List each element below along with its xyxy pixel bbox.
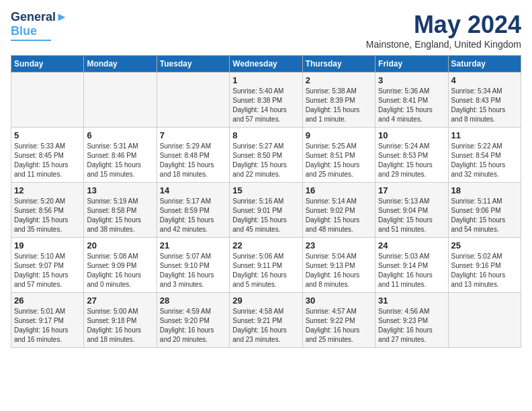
cell-content: Sunrise: 5:36 AM Sunset: 8:41 PM Dayligh… [378,87,445,124]
day-number: 18 [451,185,518,195]
calendar-week-2: 5Sunrise: 5:33 AM Sunset: 8:45 PM Daylig… [11,128,521,183]
calendar-cell: 31Sunrise: 4:56 AM Sunset: 9:23 PM Dayli… [375,293,448,348]
cell-content: Sunrise: 5:27 AM Sunset: 8:50 PM Dayligh… [232,142,299,179]
location: Mainstone, England, United Kingdom [366,39,521,50]
day-number: 31 [378,295,445,306]
day-number: 29 [232,295,299,306]
title-block: May 2024 Mainstone, England, United King… [366,11,521,50]
header-monday: Monday [84,56,157,73]
day-number: 22 [232,240,299,250]
day-number: 26 [14,295,81,306]
day-number: 15 [232,185,299,195]
calendar-cell [448,293,521,348]
calendar-cell: 13Sunrise: 5:19 AM Sunset: 8:58 PM Dayli… [84,183,157,238]
day-number: 20 [87,240,153,250]
cell-content: Sunrise: 5:25 AM Sunset: 8:51 PM Dayligh… [306,142,372,179]
logo: General► Blue [11,11,68,41]
day-number: 10 [378,130,445,140]
cell-content: Sunrise: 5:11 AM Sunset: 9:06 PM Dayligh… [451,197,518,234]
cell-content: Sunrise: 5:08 AM Sunset: 9:09 PM Dayligh… [87,252,153,289]
cell-content: Sunrise: 5:10 AM Sunset: 9:07 PM Dayligh… [14,252,81,289]
calendar-body: 1Sunrise: 5:40 AM Sunset: 8:38 PM Daylig… [11,73,521,348]
day-number: 11 [451,130,518,140]
day-number: 3 [378,75,445,85]
cell-content: Sunrise: 5:14 AM Sunset: 9:02 PM Dayligh… [306,197,372,234]
calendar-cell [157,73,229,128]
calendar-cell: 2Sunrise: 5:38 AM Sunset: 8:39 PM Daylig… [302,73,375,128]
cell-content: Sunrise: 4:58 AM Sunset: 9:21 PM Dayligh… [232,307,299,345]
header-saturday: Saturday [448,56,521,73]
calendar-cell: 17Sunrise: 5:13 AM Sunset: 9:04 PM Dayli… [375,183,448,238]
header-friday: Friday [375,56,448,73]
day-number: 17 [378,185,445,195]
calendar-cell: 9Sunrise: 5:25 AM Sunset: 8:51 PM Daylig… [302,128,375,183]
calendar-week-5: 26Sunrise: 5:01 AM Sunset: 9:17 PM Dayli… [11,293,521,348]
header-sunday: Sunday [11,56,84,73]
page-header: General► Blue May 2024 Mainstone, Englan… [11,11,521,50]
cell-content: Sunrise: 5:17 AM Sunset: 8:59 PM Dayligh… [160,197,226,234]
calendar-cell: 27Sunrise: 5:00 AM Sunset: 9:18 PM Dayli… [84,293,157,348]
day-number: 9 [306,130,372,140]
calendar-cell: 29Sunrise: 4:58 AM Sunset: 9:21 PM Dayli… [230,293,302,348]
day-number: 24 [378,240,445,250]
day-number: 30 [306,295,372,306]
day-number: 16 [306,185,372,195]
calendar-cell: 30Sunrise: 4:57 AM Sunset: 9:22 PM Dayli… [302,293,375,348]
calendar-header-row: SundayMondayTuesdayWednesdayThursdayFrid… [11,56,521,73]
cell-content: Sunrise: 5:04 AM Sunset: 9:13 PM Dayligh… [306,252,372,289]
calendar-cell: 15Sunrise: 5:16 AM Sunset: 9:01 PM Dayli… [230,183,302,238]
day-number: 14 [160,185,226,195]
cell-content: Sunrise: 5:02 AM Sunset: 9:16 PM Dayligh… [451,252,518,289]
calendar-cell: 11Sunrise: 5:22 AM Sunset: 8:54 PM Dayli… [448,128,521,183]
calendar-cell: 24Sunrise: 5:03 AM Sunset: 9:14 PM Dayli… [375,238,448,293]
cell-content: Sunrise: 5:13 AM Sunset: 9:04 PM Dayligh… [378,197,445,234]
calendar-week-3: 12Sunrise: 5:20 AM Sunset: 8:56 PM Dayli… [11,183,521,238]
calendar-cell: 20Sunrise: 5:08 AM Sunset: 9:09 PM Dayli… [84,238,157,293]
cell-content: Sunrise: 5:34 AM Sunset: 8:43 PM Dayligh… [451,87,518,124]
day-number: 28 [160,295,226,306]
cell-content: Sunrise: 4:57 AM Sunset: 9:22 PM Dayligh… [306,307,372,345]
calendar-cell: 28Sunrise: 4:59 AM Sunset: 9:20 PM Dayli… [157,293,229,348]
day-number: 12 [14,185,81,195]
cell-content: Sunrise: 5:06 AM Sunset: 9:11 PM Dayligh… [232,252,299,289]
day-number: 25 [451,240,518,250]
header-tuesday: Tuesday [157,56,229,73]
day-number: 21 [160,240,226,250]
calendar-table: SundayMondayTuesdayWednesdayThursdayFrid… [11,55,521,348]
calendar-cell: 5Sunrise: 5:33 AM Sunset: 8:45 PM Daylig… [11,128,84,183]
cell-content: Sunrise: 5:33 AM Sunset: 8:45 PM Dayligh… [14,142,81,179]
day-number: 1 [232,75,299,85]
cell-content: Sunrise: 5:00 AM Sunset: 9:18 PM Dayligh… [87,307,153,345]
cell-content: Sunrise: 4:56 AM Sunset: 9:23 PM Dayligh… [378,307,445,345]
day-number: 19 [14,240,81,250]
cell-content: Sunrise: 5:16 AM Sunset: 9:01 PM Dayligh… [232,197,299,234]
calendar-cell: 6Sunrise: 5:31 AM Sunset: 8:46 PM Daylig… [84,128,157,183]
header-wednesday: Wednesday [230,56,302,73]
calendar-cell: 8Sunrise: 5:27 AM Sunset: 8:50 PM Daylig… [230,128,302,183]
calendar-week-1: 1Sunrise: 5:40 AM Sunset: 8:38 PM Daylig… [11,73,521,128]
day-number: 23 [306,240,372,250]
day-number: 8 [232,130,299,140]
calendar-cell: 19Sunrise: 5:10 AM Sunset: 9:07 PM Dayli… [11,238,84,293]
calendar-cell: 3Sunrise: 5:36 AM Sunset: 8:41 PM Daylig… [375,73,448,128]
calendar-cell: 14Sunrise: 5:17 AM Sunset: 8:59 PM Dayli… [157,183,229,238]
cell-content: Sunrise: 4:59 AM Sunset: 9:20 PM Dayligh… [160,307,226,345]
cell-content: Sunrise: 5:19 AM Sunset: 8:58 PM Dayligh… [87,197,153,234]
calendar-cell: 25Sunrise: 5:02 AM Sunset: 9:16 PM Dayli… [448,238,521,293]
calendar-cell: 21Sunrise: 5:07 AM Sunset: 9:10 PM Dayli… [157,238,229,293]
calendar-cell: 12Sunrise: 5:20 AM Sunset: 8:56 PM Dayli… [11,183,84,238]
day-number: 2 [306,75,372,85]
calendar-cell: 23Sunrise: 5:04 AM Sunset: 9:13 PM Dayli… [302,238,375,293]
day-number: 4 [451,75,518,85]
logo-blue: Blue [11,24,37,38]
cell-content: Sunrise: 5:01 AM Sunset: 9:17 PM Dayligh… [14,307,81,345]
cell-content: Sunrise: 5:22 AM Sunset: 8:54 PM Dayligh… [451,142,518,179]
day-number: 27 [87,295,153,306]
calendar-cell: 22Sunrise: 5:06 AM Sunset: 9:11 PM Dayli… [230,238,302,293]
calendar-cell: 7Sunrise: 5:29 AM Sunset: 8:48 PM Daylig… [157,128,229,183]
cell-content: Sunrise: 5:24 AM Sunset: 8:53 PM Dayligh… [378,142,445,179]
cell-content: Sunrise: 5:31 AM Sunset: 8:46 PM Dayligh… [87,142,153,179]
calendar-cell: 1Sunrise: 5:40 AM Sunset: 8:38 PM Daylig… [230,73,302,128]
calendar-week-4: 19Sunrise: 5:10 AM Sunset: 9:07 PM Dayli… [11,238,521,293]
cell-content: Sunrise: 5:20 AM Sunset: 8:56 PM Dayligh… [14,197,81,234]
